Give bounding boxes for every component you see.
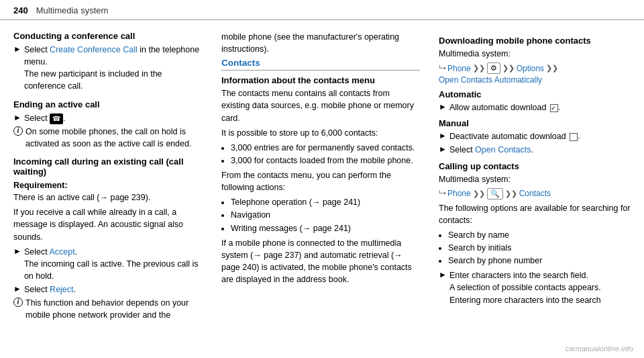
info-item-hold: i On some mobile phones, the call on hol…: [13, 126, 205, 150]
perform-para: From the contacts menu, you can perform …: [221, 169, 420, 193]
contacts-section-heading: Contacts: [221, 58, 420, 71]
info-icon-1: i: [13, 126, 23, 136]
arrow-icon-7: ►: [439, 144, 447, 154]
contacts-bullets2: Telephone operation (→ page 241) Navigat…: [231, 196, 420, 234]
page: 240 Multimedia system Conducting a confe…: [0, 0, 644, 333]
bullet-item: Search by initials: [448, 242, 631, 254]
calling-sub-label: Multimedia system:: [439, 173, 631, 185]
bullet-item: 3,000 for contacts loaded from the mobil…: [231, 154, 420, 167]
requirement-text: Requirement: There is an active call (→ …: [13, 179, 205, 204]
nav-sep-1: ❯❯: [473, 64, 485, 73]
arrow-icon-5: ►: [439, 102, 447, 111]
arrow-icon-6: ►: [439, 131, 447, 140]
download-heading: Downloading mobile phone contacts: [439, 36, 631, 46]
auto-download-text: Allow automatic download .: [449, 101, 561, 114]
section-conducting-heading: Conducting a conference call: [13, 31, 205, 41]
page-header: 240 Multimedia system: [0, 0, 644, 20]
contacts-menu-para2: It is possible to store up to 6,000 cont…: [221, 127, 420, 139]
open-contacts-text: Select Open Contacts.: [449, 144, 533, 156]
main-content: Conducting a conference call ► Select Cr…: [0, 20, 644, 333]
calling-phone-text: Phone: [447, 189, 471, 198]
contacts-menu-para1: The contacts menu contains all contacts …: [221, 87, 420, 124]
middle-column: mobile phone (see the manufacturer's ope…: [221, 31, 436, 322]
info-provider-text: This function and behavior depends on yo…: [25, 297, 205, 321]
nav-sep-5: ❯❯: [505, 189, 517, 198]
deactivate-text: Deactivate automatic download .: [449, 130, 580, 142]
nav-line-download: ⮡ Phone ❯❯ ⚙ ❯❯ Options ❯❯ Open Contacts…: [439, 62, 631, 85]
right-column: Downloading mobile phone contacts Multim…: [436, 31, 631, 322]
requirement-label: Requirement:: [13, 181, 68, 190]
nav-sep-4: ❯❯: [473, 189, 485, 198]
nav-sep-2: ❯❯: [502, 64, 515, 73]
watermark: carmanualonline.info: [565, 345, 633, 353]
arrow-item-reject: ► Select Reject.: [13, 283, 205, 296]
checkbox-icon-checked: [550, 104, 558, 112]
nav-phone-text: Phone: [447, 64, 471, 73]
calling-search-icon: 🔍: [487, 188, 503, 199]
nav-options-text: Options: [517, 64, 544, 73]
open-contacts-link[interactable]: Open Contacts: [475, 145, 531, 154]
accept-text: Select Accept. The incoming call is acti…: [24, 246, 205, 282]
nav-line-calling: ⮡ Phone ❯❯ 🔍 ❯❯ Contacts: [439, 188, 631, 199]
arrow-item-select-phone: ► Select ☎.: [13, 112, 205, 124]
nav-arrow-icon-1: ⮡: [439, 64, 446, 73]
info-icon-2: i: [13, 298, 23, 307]
multimedia-system-label: Multimedia system:: [439, 48, 631, 60]
nav-sep-3: ❯❯: [546, 64, 558, 73]
calling-heading: Calling up contacts: [439, 161, 631, 171]
arrow-icon-3: ►: [13, 247, 21, 256]
reject-text: Select Reject.: [24, 283, 76, 296]
arrow-item-auto-download: ► Allow automatic download .: [439, 101, 631, 114]
section-incoming-heading: Incoming call during an existing call (c…: [13, 156, 205, 177]
automatic-heading: Automatic: [439, 89, 631, 99]
search-options-para: The following options are available for …: [439, 202, 631, 226]
arrow-item-deactivate: ► Deactivate automatic download .: [439, 130, 631, 142]
para-cont: mobile phone (see the manufacturer's ope…: [221, 31, 420, 55]
nav-settings-icon: ⚙: [487, 62, 500, 74]
contacts-bullets1: 3,000 entries are for permanently saved …: [231, 142, 420, 167]
arrow-icon-1: ►: [13, 44, 21, 54]
select-phone-text: Select ☎.: [24, 112, 66, 124]
reject-link[interactable]: Reject: [50, 285, 73, 294]
arrow-item-create-conference: ► Select Create Conference Call in the t…: [13, 44, 205, 93]
incoming-call-para: If you receive a call while already in a…: [13, 206, 205, 242]
manual-heading: Manual: [439, 118, 631, 128]
bullet-item: Writing messages (→ page 241): [231, 222, 420, 234]
connected-para: If a mobile phone is connected to the mu…: [221, 237, 420, 286]
info-hold-text: On some mobile phones, the call on hold …: [25, 126, 205, 150]
left-column: Conducting a conference call ► Select Cr…: [13, 31, 221, 322]
bullet-item: Telephone operation (→ page 241): [231, 196, 420, 208]
accept-link[interactable]: Accept: [49, 247, 74, 257]
arrow-item-accept: ► Select Accept. The incoming call is ac…: [13, 246, 205, 282]
create-conference-text: Select Create Conference Call in the tel…: [24, 44, 205, 93]
arrow-icon-4: ►: [13, 284, 21, 294]
page-title: Multimedia system: [36, 5, 109, 15]
arrow-icon-2: ►: [13, 113, 21, 122]
section-ending-heading: Ending an active call: [13, 99, 205, 109]
nav-arrow-icon-2: ⮡: [439, 189, 446, 197]
bullet-item: 3,000 entries are for permanently saved …: [231, 142, 420, 154]
arrow-item-open-contacts: ► Select Open Contacts.: [439, 144, 631, 156]
bullet-item: Search by name: [448, 229, 631, 241]
phone-end-icon: ☎: [50, 114, 63, 124]
page-number: 240: [13, 5, 28, 15]
search-bullets: Search by name Search by initials Search…: [448, 229, 631, 267]
info-contacts-menu-heading: Information about the contacts menu: [221, 75, 420, 85]
bullet-item: Navigation: [231, 209, 420, 221]
bullet-item: Search by phone number: [448, 255, 631, 267]
nav-open-text: Open Contacts Automatically: [439, 75, 542, 85]
info-item-provider: i This function and behavior depends on …: [13, 297, 205, 321]
calling-contacts-text: Contacts: [519, 189, 551, 198]
create-conference-link[interactable]: Create Conference Call: [50, 45, 138, 54]
arrow-icon-8: ►: [439, 270, 447, 279]
arrow-item-enter-chars: ► Enter characters into the search field…: [439, 269, 631, 306]
enter-chars-text: Enter characters into the search field. …: [449, 269, 601, 306]
checkbox-icon-empty: [570, 133, 578, 141]
